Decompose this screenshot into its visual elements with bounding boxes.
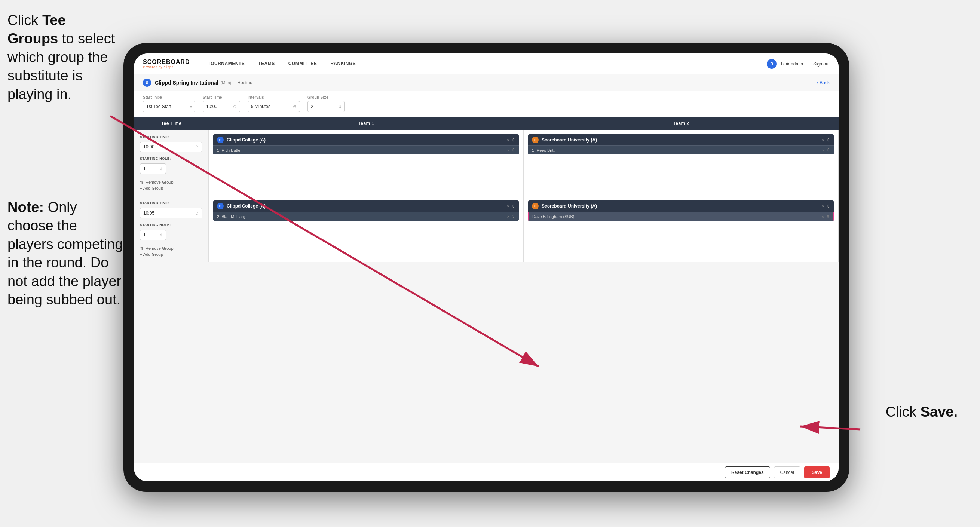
settings-start-type-input[interactable]: 1st Tee Start ▾ [143, 101, 195, 112]
player-controls-2-1-1: × ⇕ [507, 214, 515, 219]
nav-link-committee[interactable]: COMMITTEE [282, 54, 324, 75]
add-group-btn-2[interactable]: + Add Group [140, 252, 202, 256]
team-entry-2-2[interactable]: S Scoreboard University (A) × ⇕ Dave Bil… [528, 201, 834, 221]
annotation-right: Click Save. [886, 404, 958, 420]
remove-group-btn-1[interactable]: 🗑 Remove Group [140, 180, 202, 185]
clock-icon-3: ⏱ [195, 145, 199, 149]
main-content: Tee Time Team 1 Team 2 STARTING TIME: 10… [134, 117, 838, 463]
settings-row: Start Type 1st Tee Start ▾ Start Time 10… [134, 91, 838, 117]
team-entry-1-2[interactable]: S Scoreboard University (A) × ⇕ 1. Rees … [528, 134, 834, 154]
tee-actions-1: 🗑 Remove Group + Add Group [140, 180, 202, 190]
chevron-2t2-icon[interactable]: ⇕ [827, 204, 830, 209]
sub-header-hosting: Hosting [237, 80, 253, 85]
chevron-updown-icon: ⇕ [160, 167, 163, 171]
player-name-1-1-1: 1. Rich Butler [217, 148, 507, 153]
team-name-1-2: Scoreboard University (A) [542, 137, 819, 143]
sub-header-icon: B [143, 78, 151, 87]
starting-hole-input-1[interactable]: 1 ⇕ [140, 164, 166, 174]
cancel-button[interactable]: Cancel [774, 466, 800, 478]
starting-hole-label-2: STARTING HOLE: [140, 223, 202, 227]
clock-icon-4: ⏱ [195, 211, 199, 215]
settings-intervals-label: Intervals [248, 96, 300, 99]
team-entry-header-2-2: S Scoreboard University (A) × ⇕ [528, 201, 834, 212]
close-icon-player[interactable]: × [507, 148, 509, 153]
sub-header: B Clippd Spring Invitational (Men) Hosti… [134, 75, 838, 91]
team-icon-2-2: S [532, 203, 539, 209]
tee-table-header: Tee Time Team 1 Team 2 [134, 117, 838, 130]
tee-time-cell-2: STARTING TIME: 10:05 ⏱ STARTING HOLE: 1 … [134, 196, 209, 262]
player-entry-2-2-1-sub[interactable]: Dave Billingham (SUB) × ⇕ [528, 212, 834, 221]
bottom-bar: Reset Changes Cancel Save [134, 463, 838, 481]
tee-actions-2: 🗑 Remove Group + Add Group [140, 246, 202, 256]
close-icon-2t2[interactable]: × [822, 204, 824, 209]
settings-start-type: Start Type 1st Tee Start ▾ [143, 96, 195, 112]
settings-start-time-input[interactable]: 10:00 ⏱ [203, 101, 240, 112]
nav-link-teams[interactable]: TEAMS [251, 54, 282, 75]
save-button[interactable]: Save [804, 466, 830, 478]
chevron-up-icon[interactable]: ⇕ [512, 138, 515, 143]
clock-icon: ⏱ [233, 105, 237, 109]
remove-group-btn-2[interactable]: 🗑 Remove Group [140, 246, 202, 251]
team-name-1-1: Clippd College (A) [227, 137, 504, 143]
chevron-up-down-icon: ⇕ [339, 105, 342, 109]
team-entry-header-1-1: B Clippd College (A) × ⇕ [213, 134, 519, 145]
tee-group-row: STARTING TIME: 10:00 ⏱ STARTING HOLE: 1 … [134, 130, 838, 196]
trash-icon-2: 🗑 [140, 246, 144, 251]
col-header-team2: Team 2 [523, 117, 838, 130]
team-icon-1-2: S [532, 137, 539, 143]
settings-group-size: Group Size 2 ⇕ [307, 96, 345, 112]
close-icon-2p1[interactable]: × [507, 214, 509, 219]
close-icon-p2[interactable]: × [822, 148, 824, 153]
starting-time-label-2: STARTING TIME: [140, 201, 202, 205]
team-controls-2-1: × ⇕ [507, 204, 515, 209]
chevron-down-icon: ▾ [190, 105, 192, 109]
close-icon[interactable]: × [507, 138, 509, 142]
nav-link-tournaments[interactable]: TOURNAMENTS [201, 54, 252, 75]
chevron-2t1-icon[interactable]: ⇕ [512, 204, 515, 209]
sub-header-tag: (Men) [221, 80, 232, 85]
player-name-1-2-1: 1. Rees Britt [532, 148, 822, 153]
close-icon-2p2[interactable]: × [822, 214, 824, 219]
starting-time-input-2[interactable]: 10:05 ⏱ [140, 208, 202, 218]
team-entry-1-1[interactable]: B Clippd College (A) × ⇕ 1. Rich Butler … [213, 134, 519, 154]
settings-intervals-input[interactable]: 5 Minutes ⏱ [248, 101, 300, 112]
team-icon-1-1: B [217, 137, 224, 143]
tee-group-row-2: STARTING TIME: 10:05 ⏱ STARTING HOLE: 1 … [134, 196, 838, 262]
close-icon-2t1[interactable]: × [507, 204, 509, 209]
chevron-2p2-icon[interactable]: ⇕ [826, 214, 830, 219]
chevron-updown-icon-2: ⇕ [160, 233, 163, 237]
nav-username: blair admin [781, 61, 803, 67]
team-cell-1-1: B Clippd College (A) × ⇕ 1. Rich Butler … [209, 130, 523, 196]
col-header-team1: Team 1 [209, 117, 523, 130]
chevron-player-icon[interactable]: ⇕ [512, 148, 515, 153]
player-name-2-2-1: Dave Billingham (SUB) [532, 214, 822, 219]
reset-changes-button[interactable]: Reset Changes [725, 466, 770, 478]
close-icon-t2[interactable]: × [822, 138, 824, 142]
starting-time-label-1: STARTING TIME: [140, 135, 202, 139]
player-entry-1-2-1[interactable]: 1. Rees Britt × ⇕ [528, 145, 834, 154]
add-group-btn-1[interactable]: + Add Group [140, 186, 202, 190]
settings-group-size-input[interactable]: 2 ⇕ [307, 101, 345, 112]
nav-sign-out[interactable]: Sign out [813, 61, 830, 67]
chevron-p2-icon[interactable]: ⇕ [827, 148, 830, 153]
team-controls-1-1: × ⇕ [507, 138, 515, 143]
player-controls-1-1-1: × ⇕ [507, 148, 515, 153]
chevron-2p1-icon[interactable]: ⇕ [512, 214, 515, 219]
sub-header-title: Clippd Spring Invitational [155, 80, 218, 86]
starting-time-input-1[interactable]: 10:00 ⏱ [140, 142, 202, 152]
starting-hole-input-2[interactable]: 1 ⇕ [140, 230, 166, 240]
team-entry-header-1-2: S Scoreboard University (A) × ⇕ [528, 134, 834, 145]
nav-avatar: B [767, 59, 776, 69]
nav-logo-title: SCOREBOARD [143, 59, 190, 65]
nav-link-rankings[interactable]: RANKINGS [323, 54, 363, 75]
team-cell-2-2: S Scoreboard University (A) × ⇕ Dave Bil… [523, 196, 838, 262]
player-entry-1-1-1[interactable]: 1. Rich Butler × ⇕ [213, 145, 519, 154]
col-header-tee-time: Tee Time [134, 117, 209, 130]
team-name-2-2: Scoreboard University (A) [542, 204, 819, 209]
trash-icon: 🗑 [140, 180, 144, 185]
player-entry-2-1-1[interactable]: 2. Blair McHarg × ⇕ [213, 212, 519, 221]
team-entry-2-1[interactable]: B Clippd College (A) × ⇕ 2. Blair McHarg… [213, 201, 519, 221]
nav-right: B blair admin | Sign out [767, 59, 830, 69]
chevron-t2-icon[interactable]: ⇕ [827, 138, 830, 143]
sub-header-back[interactable]: ‹ Back [817, 80, 830, 85]
